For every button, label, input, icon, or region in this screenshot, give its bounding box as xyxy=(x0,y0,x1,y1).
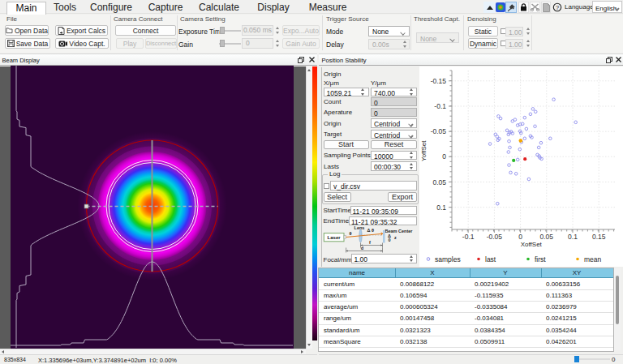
svg-text:XoffSet: XoffSet xyxy=(521,241,543,248)
svg-text:Δ θ: Δ θ xyxy=(367,228,374,233)
svg-text:YoffSet: YoffSet xyxy=(421,140,428,161)
svg-text:mean: mean xyxy=(584,255,602,263)
svg-text:f: f xyxy=(369,240,371,245)
svg-text:0.05: 0.05 xyxy=(432,178,446,186)
svg-text:-0.05: -0.05 xyxy=(487,233,503,241)
svg-text:0: 0 xyxy=(518,233,522,241)
svg-text:0: 0 xyxy=(389,238,391,242)
svg-text:last: last xyxy=(485,255,496,263)
svg-text:?: ? xyxy=(556,4,559,11)
svg-text:0.1: 0.1 xyxy=(436,203,446,212)
svg-text:-0.15: -0.15 xyxy=(431,77,447,85)
svg-text:0.1: 0.1 xyxy=(568,233,578,241)
svg-text:0.05: 0.05 xyxy=(540,233,554,241)
svg-text:-0.05: -0.05 xyxy=(431,127,447,135)
svg-text:θ: θ xyxy=(350,231,352,236)
svg-text:Lens: Lens xyxy=(354,225,365,230)
svg-text:-0.1: -0.1 xyxy=(434,102,446,110)
svg-text:d: d xyxy=(361,246,363,251)
svg-text:0: 0 xyxy=(442,152,446,161)
svg-text:Laser: Laser xyxy=(328,235,342,240)
svg-text:-0.1: -0.1 xyxy=(462,233,475,241)
svg-text:0.15: 0.15 xyxy=(592,233,606,241)
svg-text:z: z xyxy=(394,235,397,240)
svg-text:first: first xyxy=(535,255,546,263)
svg-text:samples: samples xyxy=(435,255,461,263)
